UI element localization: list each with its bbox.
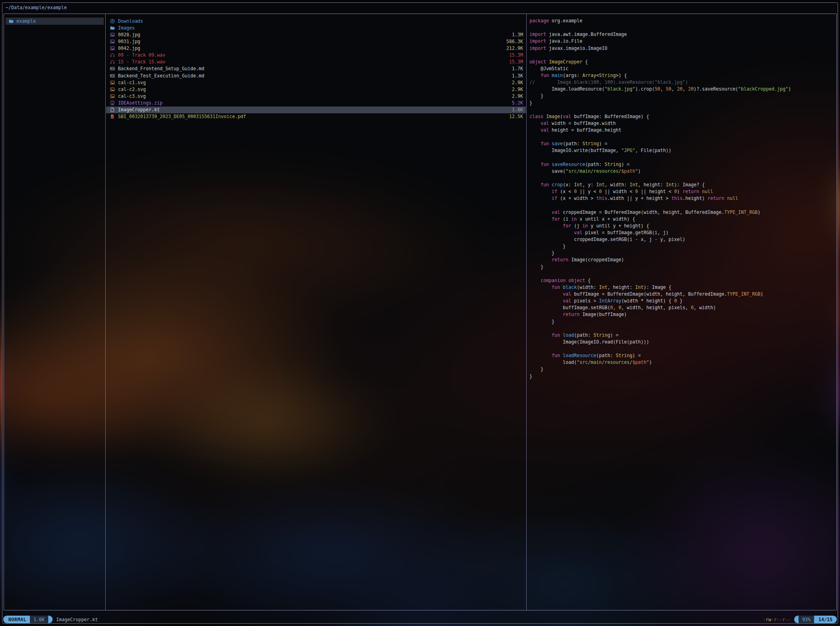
mode-indicator: NORMAL <box>3 616 30 623</box>
file-row[interactable]: 0042.jpg212.9K <box>106 45 526 52</box>
code-line: import javax.imageio.ImageIO <box>529 45 835 52</box>
file-name: 09 - Track 09.wav <box>118 52 165 58</box>
audio-icon <box>110 53 115 57</box>
file-row[interactable]: IDEAsettings.zip5.2K <box>106 100 526 107</box>
file-name: 0031.jpg <box>118 39 140 44</box>
powerline-separator-icon <box>48 616 53 623</box>
parent-dir-label: example <box>16 18 36 24</box>
file-name: Downloads <box>118 18 143 24</box>
file-name: 15 - Track 15.wav <box>118 59 165 65</box>
code-line: val buffImage = BufferedImage(width, hei… <box>529 291 835 298</box>
code-line: fun save(path: String) = <box>529 140 835 147</box>
code-line: import java.io.File <box>529 38 835 45</box>
file-row[interactable]: 15 - Track 15.wav15.3M <box>106 59 526 65</box>
code-line: } <box>529 373 835 380</box>
file-row[interactable]: SBI_0032013739_2023_DE05_0003155631Invoi… <box>106 113 526 120</box>
code-line: fun crop(x: Int, y: Int, width: Int, hei… <box>529 182 835 188</box>
code-line: val croppedImage = BufferedImage(width, … <box>529 209 835 216</box>
code-line: val height = buffImage.height <box>529 127 835 134</box>
file-size: 1.3M <box>512 32 523 38</box>
file-row[interactable]: cal-c2.svg2.9K <box>106 86 526 93</box>
code-line: } <box>529 366 835 373</box>
image-icon <box>110 80 115 85</box>
image-icon <box>110 46 115 51</box>
file-name: 0028.jpg <box>118 32 140 38</box>
file-row[interactable]: Downloads <box>106 18 526 24</box>
breadcrumb-path: ~/Data/example/example <box>6 4 67 11</box>
code-line: object ImageCropper { <box>529 59 835 65</box>
folder-download-icon <box>110 19 115 24</box>
image-icon <box>110 32 115 37</box>
code-line: @JvmStatic <box>529 65 835 72</box>
code-line: save("src/main/resources/$path") <box>529 168 835 175</box>
code-line: val pixels = IntArray(width * height) { … <box>529 298 835 304</box>
file-size: 1.6K <box>512 107 523 113</box>
code-line: } <box>529 100 835 107</box>
markdown-icon <box>110 73 115 78</box>
file-name: cal-c1.svg <box>118 80 146 85</box>
code-line: return Image(buffImage) <box>529 311 835 318</box>
file-row[interactable]: cal-c1.svg2.9K <box>106 79 526 86</box>
file-icon <box>110 107 115 112</box>
file-row[interactable]: 0028.jpg1.3M <box>106 31 526 38</box>
file-size: 2.9K <box>512 80 523 85</box>
code-line: // Image.black(100, 100).saveResource("b… <box>529 79 835 86</box>
status-right-group: -rw-r--r-- 93% 14/15 <box>763 616 837 623</box>
code-line <box>529 346 835 352</box>
file-size: 2.9K <box>512 87 523 92</box>
file-row[interactable]: 09 - Track 09.wav15.3M <box>106 52 526 59</box>
file-name: ImageCropper.kt <box>118 107 160 113</box>
folder-icon <box>110 26 115 30</box>
file-row[interactable]: cal-c3.svg2.9K <box>106 93 526 99</box>
archive-icon <box>110 101 115 105</box>
cursor-position: 14/15 <box>814 616 837 623</box>
code-line: val pixel = buffImage.getRGB(i, j) <box>529 229 835 236</box>
file-name: 0042.jpg <box>118 45 140 51</box>
file-row[interactable]: Images <box>106 24 526 31</box>
file-name: Images <box>118 25 135 31</box>
code-line: ImageIO.write(buffImage, "JPG", File(pat… <box>529 147 835 154</box>
code-line: Image.loadResource("black.jpg").crop(50,… <box>529 86 835 93</box>
file-row[interactable]: Backend_Test_Execution_Guide.md1.3K <box>106 72 526 79</box>
code-line: } <box>529 243 835 250</box>
code-line: buffImage.setRGB(0, 0, width, height, pi… <box>529 304 835 311</box>
code-line: for (i in x until x + width) { <box>529 216 835 223</box>
file-name: SBI_0032013739_2023_DE05_0003155631Invoi… <box>118 114 246 119</box>
code-line: val width = buffImage.width <box>529 120 835 127</box>
pdf-icon <box>110 114 115 119</box>
preview-pane[interactable]: package org.example import java.awt.imag… <box>529 18 835 608</box>
code-line: if (x + width > this.width || y + height… <box>529 195 835 202</box>
parent-pane[interactable]: example <box>6 18 104 25</box>
code-line <box>529 175 835 182</box>
code-line: if (x < 0 || y < 0 || width < 0 || heigh… <box>529 188 835 195</box>
file-name: cal-c3.svg <box>118 93 146 99</box>
file-size: 1.7K <box>512 66 523 71</box>
code-line <box>529 107 835 113</box>
code-line: croppedImage.setRGB(i - x, j - y, pixel) <box>529 236 835 243</box>
file-permissions: -rw-r--r-- <box>763 617 791 622</box>
file-size: 586.3K <box>506 39 523 44</box>
powerline-separator-icon <box>794 616 799 623</box>
file-size: 15.3M <box>509 52 523 58</box>
code-line: return Image(croppedImage) <box>529 257 835 263</box>
code-line: fun loadResource(path: String) = <box>529 352 835 359</box>
file-size: 2.9K <box>512 93 523 99</box>
code-line: package org.example <box>529 18 835 24</box>
code-line: } <box>529 264 835 271</box>
code-line: companion object { <box>529 277 835 284</box>
code-line: load("src/main/resources/$path") <box>529 359 835 366</box>
audio-icon <box>110 59 115 64</box>
file-row[interactable]: Backend_Frontend_Setup_Guide.md1.7K <box>106 65 526 72</box>
parent-dir-item[interactable]: example <box>6 18 104 25</box>
code-line <box>529 202 835 209</box>
code-line <box>529 134 835 140</box>
image-icon <box>110 87 115 92</box>
file-row[interactable]: ImageCropper.kt1.6K <box>106 107 526 113</box>
file-row[interactable]: 0031.jpg586.3K <box>106 38 526 45</box>
file-list-pane[interactable]: DownloadsImages0028.jpg1.3M0031.jpg586.3… <box>106 18 526 120</box>
status-bar: NORMAL 1.6K ImageCropper.kt -rw-r--r-- 9… <box>3 616 837 623</box>
screen: ~/Data/example/example example Downloads… <box>0 0 840 626</box>
file-name: IDEAsettings.zip <box>118 100 163 106</box>
code-line: fun load(path: String) = <box>529 332 835 339</box>
folder-icon <box>9 19 14 24</box>
